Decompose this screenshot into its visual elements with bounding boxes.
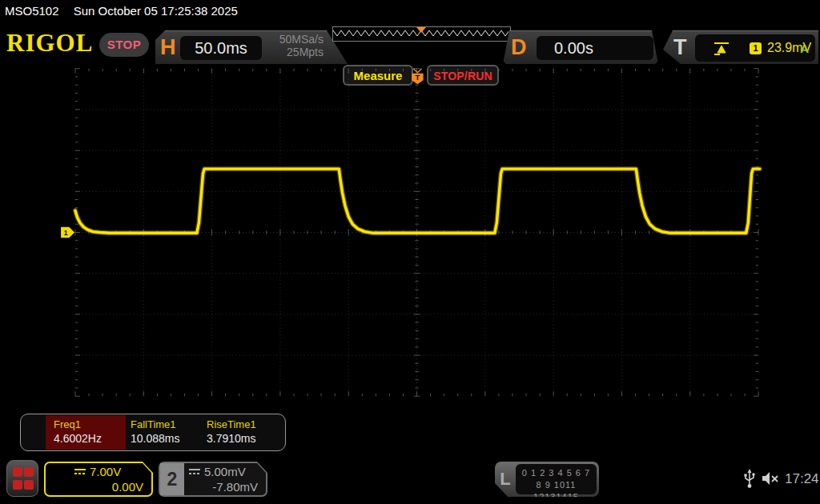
ch1-waveform-trace <box>75 169 760 233</box>
trigger-inset[interactable]: 1 23.9mV A <box>695 34 815 62</box>
measurement-name[interactable]: RiseTime1 <box>207 418 256 430</box>
grid-square-icon <box>24 480 34 490</box>
measurement-name[interactable]: FallTime1 <box>131 418 176 430</box>
timebase-value[interactable]: 50.0ms <box>180 36 262 60</box>
speaker-muted-icon[interactable] <box>761 470 780 487</box>
grid-square-icon <box>13 480 22 490</box>
logic-channel-list: 0 1 2 3 4 5 6 7 8 9 1011 12131415 <box>516 464 597 494</box>
status-bar: MSO5102 Sun October 05 17:25:38 2025 <box>0 0 820 22</box>
measurement-value: 3.7910ms <box>207 432 255 445</box>
preview-trigger-position-icon[interactable] <box>416 27 426 33</box>
logic-channels-panel[interactable]: L 0 1 2 3 4 5 6 7 8 9 1011 12131415 <box>495 462 599 497</box>
rigol-logo: RIGOL <box>6 29 93 58</box>
header-toolbar: RIGOL STOP H 50.0ms 50MSa/s 25Mpts Measu… <box>0 22 820 67</box>
delay-value[interactable]: 0.00s <box>537 36 653 60</box>
channel-2-panel[interactable]: 2 5.00mV -7.80mV <box>159 462 267 497</box>
measurement-value: 4.6002Hz <box>54 432 102 445</box>
horizontal-label: H <box>160 35 176 60</box>
model-name: MSO5102 <box>5 4 59 18</box>
trigger-source-badge: 1 <box>750 42 762 54</box>
ch1-waveform-trace <box>75 169 760 233</box>
channel-1-panel[interactable]: 1 7.00V 0.00V <box>44 462 153 497</box>
datetime-text: Sun October 05 17:25:38 2025 <box>74 4 238 18</box>
memory-depth: 25Mpts <box>263 46 324 58</box>
waveform-preview-strip[interactable] <box>332 26 511 42</box>
logic-row-2: 8 9 1011 12131415 <box>516 479 597 503</box>
channel-2-offset[interactable]: -7.80mV <box>212 480 258 494</box>
sample-rate: 50MSa/s <box>263 33 324 46</box>
dc-coupling-icon <box>74 468 86 476</box>
trigger-panel[interactable]: T 1 23.9mV A <box>663 30 818 65</box>
delay-panel[interactable]: D 0.00s <box>503 30 658 65</box>
measurement-name[interactable]: Freq1 <box>54 418 81 430</box>
waveform-display: T1 <box>0 67 820 458</box>
measurement-results-box[interactable]: Freq1 4.6002Hz FallTime1 10.088ms RiseTi… <box>20 414 286 451</box>
menu-grid-button[interactable] <box>6 460 38 497</box>
grid-square-icon <box>13 467 22 477</box>
horizontal-panel[interactable]: H 50.0ms 50MSa/s 25Mpts <box>155 30 348 65</box>
oscilloscope-screen: { "top_bar": { "model": "MSO5102", "date… <box>0 0 820 504</box>
measurement-value: 10.088ms <box>131 432 179 445</box>
channel-1-badge[interactable]: 1 <box>46 463 70 495</box>
channel-1-offset[interactable]: 0.00V <box>112 480 143 494</box>
grid-square-icon <box>24 467 34 477</box>
channel-1-level-marker[interactable] <box>61 227 74 238</box>
clock-text: 17:24 <box>785 471 819 487</box>
logic-row-1: 0 1 2 3 4 5 6 7 <box>516 467 597 479</box>
run-state-badge: STOP <box>99 33 149 57</box>
dc-coupling-icon <box>188 468 201 476</box>
trigger-position-label: T <box>416 74 420 82</box>
logic-label: L <box>495 469 516 490</box>
delay-label: D <box>511 35 527 60</box>
channel-2-scale[interactable]: 5.00mV <box>204 465 246 478</box>
edge-trigger-icon <box>713 42 730 56</box>
channel-1-marker-label: 1 <box>64 229 68 237</box>
channel-1-scale[interactable]: 7.00V <box>90 465 121 478</box>
trigger-position-chevron-icon <box>413 69 421 73</box>
bottom-status-bar: 1 7.00V 0.00V 2 <box>0 456 820 504</box>
acquisition-info: 50MSa/s 25Mpts <box>263 33 324 58</box>
trigger-label: T <box>673 35 687 60</box>
usb-icon <box>743 469 756 490</box>
channel-2-badge[interactable]: 2 <box>160 463 184 495</box>
trigger-mode-badge: A <box>800 42 809 55</box>
